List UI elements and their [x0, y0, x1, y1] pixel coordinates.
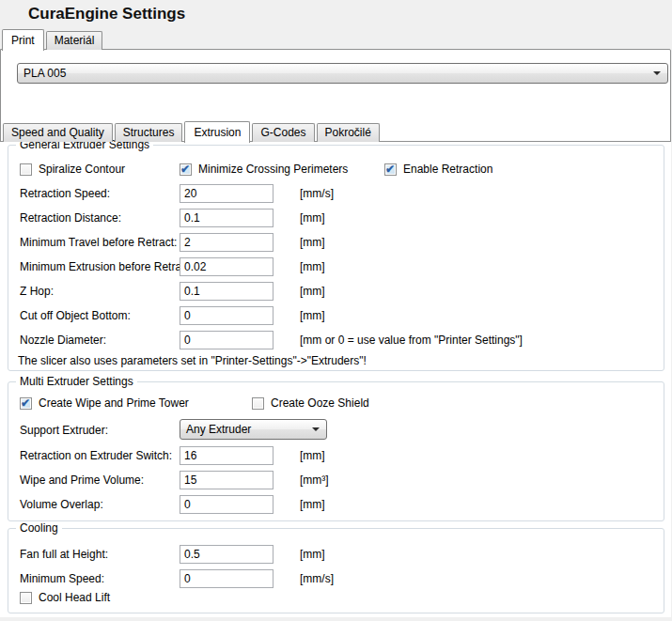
field-unit: [mm³] [300, 474, 329, 487]
field-unit: [mm] [300, 260, 325, 273]
tab-print[interactable]: Print [2, 29, 44, 51]
group-title: Cooling [16, 521, 62, 535]
field-label: Retraction Speed: [20, 187, 110, 200]
tab-extrusion[interactable]: Extrusion [184, 121, 250, 143]
fan-full-at-height-input[interactable] [180, 545, 273, 564]
window-title: CuraEngine Settings [28, 5, 185, 23]
field-label: Minimum Speed: [20, 572, 104, 585]
field-label: Wipe and Prime Volume: [20, 474, 144, 487]
nozzle-diameter-input[interactable] [180, 331, 273, 349]
field-unit: [mm] [300, 548, 325, 561]
field-label: Minimum Travel before Retract: [20, 236, 177, 249]
field-unit: [mm or 0 = use value from "Printer Setti… [300, 334, 523, 347]
checkbox-icon [180, 163, 192, 176]
support-extruder-value: Any Extruder [186, 423, 251, 436]
field-label: Cut off Object Bottom: [20, 309, 131, 322]
retraction-speed-input[interactable] [180, 184, 273, 203]
field-label: Minimum Extrusion before Retract: [20, 260, 194, 273]
create-ooze-shield-checkbox[interactable]: Create Ooze Shield [252, 396, 369, 410]
z-hop-input[interactable] [180, 282, 273, 301]
checkbox-icon [20, 397, 32, 410]
group-general-extruder-settings: General Extruder Settings Spiralize Cont… [8, 145, 664, 371]
settings-tab-strip: Speed and Quality Structures Extrusion G… [3, 121, 382, 142]
wipe-and-prime-volume-input[interactable] [180, 471, 273, 489]
create-wipe-and-prime-tower-checkbox[interactable]: Create Wipe and Prime Tower [20, 396, 189, 410]
tab-material[interactable]: Materiál [46, 31, 103, 50]
chevron-down-icon [653, 71, 661, 75]
checkbox-icon [20, 592, 32, 604]
retraction-distance-input[interactable] [180, 209, 273, 227]
cura-engine-settings-window: CuraEngine Settings Print Materiál PLA 0… [0, 0, 672, 621]
group-multi-extruder-settings: Multi Extruder Settings Create Wipe and … [8, 381, 664, 521]
field-label: Z Hop: [20, 285, 54, 298]
minimum-extrusion-before-retract-input[interactable] [180, 257, 273, 276]
field-unit: [mm/s] [300, 187, 334, 200]
tab-speed-and-quality[interactable]: Speed and Quality [3, 123, 113, 142]
group-title: Multi Extruder Settings [16, 375, 137, 388]
checkbox-label: Create Wipe and Prime Tower [39, 396, 189, 410]
checkbox-label: Create Ooze Shield [271, 396, 369, 410]
minimum-travel-before-retract-input[interactable] [180, 233, 273, 252]
checkbox-label: Minimize Crossing Perimeters [198, 163, 348, 176]
minimize-crossing-perimeters-checkbox[interactable]: Minimize Crossing Perimeters [180, 163, 348, 176]
field-unit: [mm] [300, 236, 325, 249]
retraction-on-extruder-switch-input[interactable] [180, 446, 273, 465]
tab-pokrocile[interactable]: Pokročilé [317, 123, 380, 142]
profile-select[interactable]: PLA 005 [17, 63, 668, 84]
tab-structures[interactable]: Structures [115, 123, 183, 142]
field-label: Fan full at Height: [20, 548, 108, 561]
checkbox-label: Spiralize Contour [39, 163, 125, 176]
volume-overlap-input[interactable] [180, 495, 273, 514]
field-label: Retraction Distance: [20, 211, 121, 225]
field-unit: [mm] [300, 211, 325, 225]
cut-off-object-bottom-input[interactable] [180, 306, 273, 325]
field-unit: [mm] [300, 449, 325, 462]
checkbox-label: Enable Retraction [403, 163, 492, 176]
field-label: Volume Overlap: [20, 498, 103, 511]
support-extruder-select[interactable]: Any Extruder [180, 419, 327, 440]
group-cooling: Cooling Fan full at Height: [mm] Minimum… [8, 528, 664, 613]
field-unit: [mm] [300, 285, 325, 298]
tab-g-codes[interactable]: G-Codes [252, 123, 314, 142]
field-label: Support Extruder: [20, 424, 108, 437]
field-label: Nozzle Diameter: [20, 334, 106, 347]
enable-retraction-checkbox[interactable]: Enable Retraction [384, 163, 492, 176]
checkbox-icon [384, 163, 397, 176]
main-tab-strip: Print Materiál [2, 30, 104, 50]
field-label: Retraction on Extruder Switch: [20, 449, 172, 462]
checkbox-icon [20, 163, 32, 176]
chevron-down-icon [312, 427, 320, 431]
profile-select-value: PLA 005 [23, 67, 66, 80]
field-unit: [mm] [300, 309, 325, 322]
field-unit: [mm/s] [300, 572, 334, 585]
extruders-note: The slicer also uses parameters set in "… [18, 354, 367, 367]
cool-head-lift-checkbox[interactable]: Cool Head Lift [20, 591, 110, 604]
checkbox-label: Cool Head Lift [39, 591, 110, 604]
spiralize-contour-checkbox[interactable]: Spiralize Contour [20, 163, 125, 176]
minimum-speed-input[interactable] [180, 569, 273, 588]
field-unit: [mm] [300, 498, 325, 511]
checkbox-icon [252, 397, 264, 410]
